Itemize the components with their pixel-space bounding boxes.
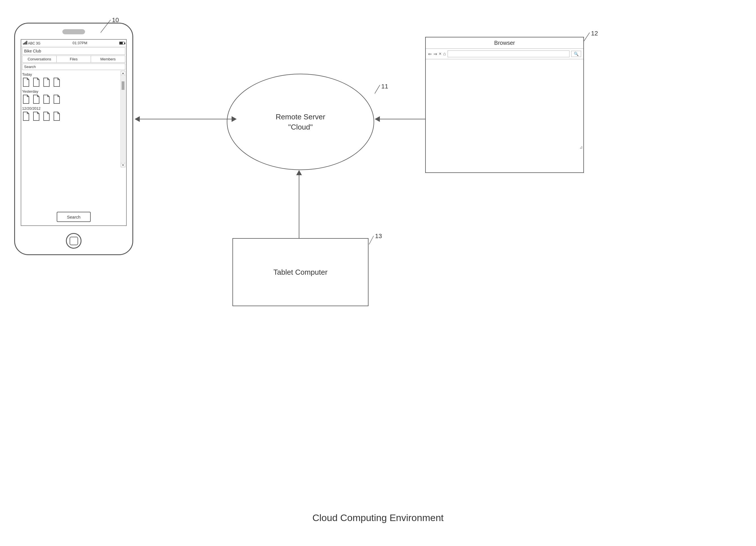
close-button[interactable]: × [439, 51, 441, 56]
tab-conversations[interactable]: Conversations [22, 56, 57, 62]
group-date-label: 12/20/2012 [22, 106, 120, 111]
file-icon-3 [43, 77, 50, 87]
phone-scrollbar[interactable]: ▲ ▼ [121, 71, 125, 167]
today-files [22, 77, 120, 87]
file-icon-9 [22, 111, 30, 121]
label-11: 11 [381, 83, 388, 90]
file-list-inner: Today [22, 72, 125, 121]
file-icon-4 [53, 77, 61, 87]
svg-marker-8 [296, 170, 302, 175]
label-13: 13 [375, 232, 382, 240]
file-icon-11 [43, 111, 50, 121]
tablet-computer: Tablet Computer [232, 238, 369, 306]
home-button-inner [69, 237, 78, 245]
file-icon-7 [43, 94, 50, 104]
file-icon-2 [32, 77, 40, 87]
file-icon-6 [32, 94, 40, 104]
scroll-track [122, 76, 124, 162]
group-yesterday-label: Yesterday [22, 89, 120, 94]
file-icon-8 [53, 94, 61, 104]
file-icon-12 [53, 111, 61, 121]
phone-tabs: Conversations Files Members [22, 56, 125, 63]
browser-content-area: ⊿ [426, 59, 583, 150]
scroll-up-arrow[interactable]: ▲ [121, 71, 125, 75]
resize-handle-icon: ⊿ [579, 145, 583, 149]
battery-icon [119, 42, 124, 45]
address-bar[interactable] [448, 50, 569, 57]
home-button[interactable] [66, 233, 82, 249]
search-button[interactable]: Search [57, 212, 91, 222]
browser-search-button[interactable]: 🔍 [571, 51, 581, 57]
svg-marker-2 [135, 116, 140, 122]
browser-window: Browser ⇐ ⇒ × ⌂ 🔍 ⊿ [425, 37, 584, 173]
file-icon-1 [22, 77, 30, 87]
bar1 [23, 43, 24, 45]
phone-speaker [62, 29, 85, 34]
bar3 [25, 42, 26, 45]
back-button[interactable]: ⇐ [428, 51, 432, 57]
diagram-caption: Cloud Computing Environment [312, 512, 444, 523]
date-files [22, 111, 120, 121]
phone-app-title: Bike Club [22, 47, 125, 55]
cloud-title-line1: Remote Server [276, 112, 325, 122]
carrier-text: ABC 3G [28, 41, 41, 45]
phone-time: 01:37PM [73, 41, 87, 45]
group-today-label: Today [22, 72, 120, 77]
scroll-down-arrow[interactable]: ▼ [121, 163, 125, 167]
forward-button[interactable]: ⇒ [433, 51, 437, 57]
browser-nav-bar: ⇐ ⇒ × ⌂ 🔍 [426, 49, 583, 59]
arrow-phone-cloud [135, 113, 237, 125]
label-12: 12 [591, 30, 598, 37]
svg-line-12 [369, 236, 374, 244]
bar4 [26, 41, 27, 45]
phone-screen: ABC 3G 01:37PM Bike Club Conversations F… [21, 39, 127, 226]
scroll-thumb [122, 81, 124, 90]
yesterday-files [22, 94, 120, 104]
signal-bars-icon [23, 41, 27, 45]
phone-signal: ABC 3G [23, 41, 41, 45]
tablet-label-text: Tablet Computer [274, 268, 328, 277]
tab-members[interactable]: Members [91, 56, 125, 62]
svg-line-1 [375, 85, 380, 94]
magnifier-icon: 🔍 [574, 52, 579, 56]
phone-search-bar: Search [22, 64, 125, 70]
label-10: 10 [112, 16, 119, 24]
browser-title: Browser [426, 37, 583, 49]
file-icon-5 [22, 94, 30, 104]
bar2 [24, 43, 25, 45]
diagram-container: ABC 3G 01:37PM Bike Club Conversations F… [0, 0, 756, 546]
remote-server-cloud: Remote Server "Cloud" [227, 74, 374, 170]
search-bar-text: Search [24, 65, 36, 69]
svg-line-11 [584, 33, 590, 41]
svg-marker-5 [375, 116, 380, 122]
phone-status-bar: ABC 3G 01:37PM [21, 40, 126, 46]
phone-file-list: Today [22, 71, 125, 167]
smartphone: ABC 3G 01:37PM Bike Club Conversations F… [14, 23, 133, 255]
home-button-browser[interactable]: ⌂ [443, 51, 446, 56]
file-icon-10 [32, 111, 40, 121]
cloud-title-line2: "Cloud" [288, 122, 313, 132]
arrow-cloud-tablet [293, 170, 305, 245]
tab-files[interactable]: Files [57, 56, 91, 62]
